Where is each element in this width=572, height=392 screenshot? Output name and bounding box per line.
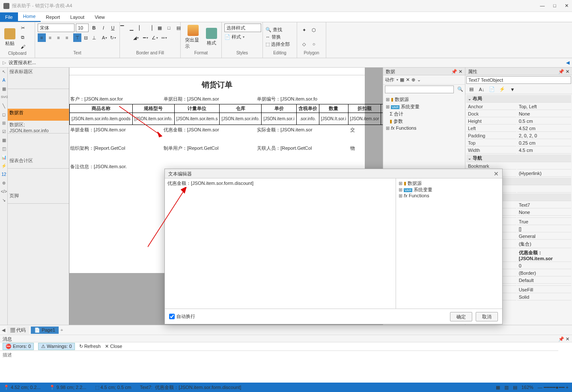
field-remark[interactable]: 备注信息：[JSON.item.sor.: [70, 163, 127, 170]
prop-object[interactable]: Text7 TextObject: [466, 76, 571, 84]
field-date[interactable]: 单据日期：[JSON.item.sor: [164, 96, 257, 102]
italic-icon[interactable]: I: [99, 24, 107, 32]
bold-icon[interactable]: B: [90, 24, 98, 32]
valign-bot-icon[interactable]: ⊥: [90, 33, 98, 42]
tab-report[interactable]: Report: [41, 12, 65, 22]
fill-icon[interactable]: ◢▾: [132, 33, 140, 42]
band-data[interactable]: 数据区; JSON.item.sor.info: [8, 121, 69, 134]
copy-icon[interactable]: ⧉: [18, 33, 27, 42]
tab-file[interactable]: File: [0, 12, 18, 22]
border-all-icon[interactable]: ▦: [155, 24, 164, 32]
event-icon[interactable]: ⚡: [498, 85, 506, 94]
chart-icon[interactable]: 📊: [1, 155, 7, 161]
pointer-icon[interactable]: ↖: [1, 69, 7, 75]
tb-icon3[interactable]: ⊕: [411, 77, 415, 83]
valign-mid-icon[interactable]: ⊟: [82, 33, 90, 42]
selectall-button[interactable]: ⬚ 选择全部: [265, 41, 290, 48]
tab-home[interactable]: Home: [18, 12, 41, 22]
border-right-icon[interactable]: ▕: [146, 24, 155, 32]
warnings-button[interactable]: ⚠ Warnings: 0: [38, 343, 74, 350]
check-icon[interactable]: ☑: [1, 129, 7, 135]
ok-button[interactable]: 确定: [450, 312, 472, 321]
font-select[interactable]: [38, 24, 74, 32]
zip-icon[interactable]: ⚡: [1, 163, 7, 169]
close-button[interactable]: ✕ Close: [105, 344, 122, 349]
svg-icon[interactable]: SVG: [1, 95, 7, 101]
page-icon[interactable]: 📄: [488, 85, 496, 94]
globe-icon[interactable]: ⊕: [1, 181, 7, 187]
pin-icon[interactable]: 📌 ✕: [558, 335, 569, 343]
field-discount[interactable]: 优惠金额：[JSON.item.sor: [164, 127, 257, 133]
cat-icon[interactable]: ▤: [467, 85, 476, 94]
tab-view[interactable]: View: [89, 12, 110, 22]
line-icon[interactable]: ╲: [1, 104, 7, 110]
minimize-icon[interactable]: —: [540, 3, 545, 9]
pin-icon[interactable]: 📌 ✕: [558, 68, 569, 75]
tb-icon[interactable]: ▦: [400, 77, 404, 83]
poly4-icon[interactable]: ○: [310, 40, 318, 48]
autowrap-checkbox[interactable]: 自动换行: [169, 313, 195, 320]
close-icon[interactable]: ✕: [565, 3, 569, 9]
border-bot-icon[interactable]: ▁: [127, 24, 136, 32]
filter-icon[interactable]: ▼: [508, 85, 517, 94]
field-user[interactable]: 制单用户：[Report.GetCol: [164, 145, 257, 151]
fontcolor-icon[interactable]: A▾: [101, 33, 109, 42]
align-right-icon[interactable]: ≡: [54, 33, 63, 42]
data-table[interactable]: 商品名称规格型号 计量单位仓库 单价含税单价 数量折扣额 [JSON.item.…: [69, 104, 383, 125]
poly3-icon[interactable]: ◇: [300, 40, 308, 48]
poly1-icon[interactable]: ✦: [300, 26, 308, 34]
field-no[interactable]: 单据编号：[JSON.item.sor.fo: [257, 96, 364, 102]
align-center-icon[interactable]: ≡: [46, 33, 54, 42]
data-tree[interactable]: ▮ 数据源 VAR 系统变量 Σ 合计 ▮ 参数 fx Functions: [383, 94, 465, 133]
errors-button[interactable]: ⛔ Errors: 0: [3, 343, 34, 350]
dialog-tree[interactable]: ▮ 数据源 VAR 系统变量 fx Functions: [396, 178, 502, 309]
add-tab-icon[interactable]: +: [60, 327, 63, 333]
field-actual[interactable]: 实际金额：[JSON.item.sor: [257, 127, 350, 133]
dialog-editor[interactable]: 优惠金额：[JSON.item.sor.form.discount]: [165, 178, 396, 309]
poly2-icon[interactable]: ⬡: [310, 26, 318, 34]
border-left-icon[interactable]: ▏: [137, 24, 145, 32]
style-select[interactable]: [224, 24, 261, 32]
view-icon3[interactable]: ▤: [513, 385, 517, 390]
linew-icon[interactable]: ━▾: [141, 33, 150, 42]
border-none-icon[interactable]: □: [165, 24, 173, 32]
view-icon2[interactable]: ▥: [504, 385, 509, 390]
tab-page1[interactable]: 📄 Page1: [31, 327, 59, 334]
barcode-icon[interactable]: ⊞: [1, 121, 7, 127]
rotate-icon[interactable]: ↻▾: [109, 33, 117, 42]
tb-icon4[interactable]: ⌄: [417, 77, 421, 83]
paste-button[interactable]: 粘贴: [3, 27, 17, 48]
tab-layout[interactable]: Layout: [65, 12, 89, 22]
align-left-icon[interactable]: ≡: [38, 33, 46, 42]
refresh-button[interactable]: ↻ Refresh: [79, 344, 101, 349]
style-icon[interactable]: 📄: [224, 34, 230, 40]
image-icon[interactable]: ▦: [1, 86, 7, 92]
field-contact[interactable]: 关联人员：[Report.GetCol: [257, 145, 350, 151]
field-customer[interactable]: 客户：[JSON.item.sor.for: [70, 96, 164, 102]
underline-icon[interactable]: U: [109, 24, 117, 32]
tab-code[interactable]: ▦ 代码: [7, 326, 29, 334]
highlight-button[interactable]: 突出显示: [183, 24, 203, 50]
report-title[interactable]: 销货订单: [69, 75, 365, 94]
valign-top-icon[interactable]: ⊤: [73, 33, 81, 42]
align-justify-icon[interactable]: ≡: [63, 33, 71, 42]
pin-icon[interactable]: 📌 ✕: [451, 68, 462, 75]
sub-icon[interactable]: ◫: [1, 146, 7, 152]
cancel-button[interactable]: 取消: [476, 312, 498, 321]
border-top-icon[interactable]: ▔: [118, 24, 126, 32]
code-icon[interactable]: </>: [1, 189, 7, 195]
band-sum[interactable]: 报表合计区: [8, 157, 69, 169]
cut-icon[interactable]: ✂: [18, 24, 27, 32]
fmtpaint-icon[interactable]: 🖌: [18, 42, 27, 51]
set-bands-button[interactable]: 设置报表栏...: [9, 59, 36, 66]
text-icon[interactable]: A: [1, 78, 7, 84]
view-icon[interactable]: ▦: [496, 385, 500, 390]
field-total[interactable]: 单据金额：[JSON.item.sor: [70, 127, 164, 133]
linec-icon[interactable]: ∠▾: [151, 33, 159, 42]
tb-icon2[interactable]: ✕: [406, 77, 410, 83]
band-datahead[interactable]: 数据首: [8, 109, 69, 121]
more-icon[interactable]: ↘: [1, 198, 7, 204]
data-search[interactable]: [385, 86, 454, 93]
band-title[interactable]: 报表标题区: [8, 68, 69, 89]
dialog-close-icon[interactable]: ✕: [494, 169, 499, 178]
